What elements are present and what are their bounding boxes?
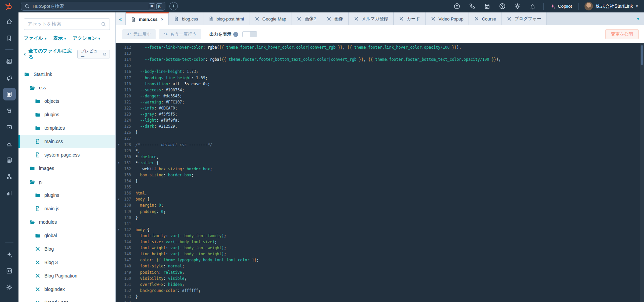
fold-toggle-icon[interactable]: ▼: [116, 161, 122, 164]
fold-toggle-icon[interactable]: ▼: [116, 143, 122, 146]
tree-item-blogIndex[interactable]: blogIndex: [18, 283, 115, 296]
tree-item-system-page.css[interactable]: system-page.css: [18, 148, 115, 162]
publish-changes-button[interactable]: 変更を公開: [605, 29, 639, 39]
sparkle-icon: [550, 3, 556, 9]
line-number: 114: [122, 57, 131, 62]
automation-nav-icon[interactable]: [3, 170, 16, 183]
code-text: --dark: #212529;: [135, 124, 177, 129]
back-to-all-files-link[interactable]: 全てのファイルに戻る: [29, 48, 75, 60]
bookmark-nav-icon[interactable]: [3, 32, 16, 44]
code-line-139: 139 padding: 0;: [116, 209, 644, 215]
commerce-nav-icon[interactable]: [3, 104, 16, 117]
copilot-button[interactable]: Copilot: [550, 3, 572, 9]
tree-item-plugins[interactable]: plugins: [18, 188, 115, 202]
collapse-sidebar-button[interactable]: «: [116, 12, 126, 25]
launch-icon[interactable]: [453, 3, 460, 10]
show-output-label: 出力を表示: [209, 31, 231, 37]
editor-scrollbar-thumb[interactable]: [641, 45, 643, 65]
payments-nav-icon[interactable]: [3, 121, 16, 133]
line-number: 120: [122, 94, 131, 98]
tree-item-css[interactable]: css: [18, 81, 115, 94]
code-line-119: 119 --success: #198754;: [116, 87, 644, 93]
asset-search-input[interactable]: アセットを検索: [24, 18, 110, 30]
tab-overflow-caret-icon[interactable]: ▼: [632, 17, 644, 21]
calling-icon[interactable]: [469, 3, 476, 10]
tree-item-templates[interactable]: templates: [18, 121, 115, 135]
tab-blog.css[interactable]: blog.css: [169, 12, 203, 25]
tree-item-label: plugins: [44, 192, 59, 198]
code-line-121: 121 --warning: #FFC107;: [116, 99, 644, 105]
home-nav-icon[interactable]: [3, 15, 16, 28]
help-icon[interactable]: [499, 3, 506, 10]
marketing-nav-icon[interactable]: [3, 71, 16, 84]
create-button[interactable]: +: [169, 2, 178, 10]
code-line-140: 140}: [116, 215, 644, 221]
global-search-input[interactable]: HubSpotを検索 ⌘ K: [21, 2, 165, 11]
line-number: 142: [122, 227, 131, 232]
line-number: 136: [122, 191, 131, 196]
tree-item-js[interactable]: js: [18, 175, 115, 188]
hubspot-logo-icon[interactable]: [5, 2, 13, 11]
menu-view[interactable]: 表示▼: [53, 35, 67, 41]
tree-item-StartLink[interactable]: StartLink: [18, 68, 115, 81]
code-line-116: 116 --body-line-height: 1.73;: [116, 69, 644, 75]
tree-item-plugins[interactable]: plugins: [18, 108, 115, 121]
code-text: --info: #0DCAF0;: [135, 106, 177, 111]
code-text: *::after {: [135, 161, 159, 165]
tree-item-modules[interactable]: modules: [18, 215, 115, 229]
data-nav-icon[interactable]: [3, 154, 16, 166]
close-tab-icon[interactable]: ×: [161, 17, 164, 22]
tree-item-main.js[interactable]: main.js: [18, 202, 115, 215]
fold-toggle-icon[interactable]: ▼: [116, 198, 122, 201]
code-line-134: 134}: [116, 178, 644, 184]
tab-Video Popup[interactable]: Video Popup: [426, 12, 469, 25]
module-icon: [35, 246, 41, 252]
tab-main.css[interactable]: main.css×: [126, 12, 169, 25]
menu-file[interactable]: ファイル▼: [24, 35, 47, 41]
tab-Course[interactable]: Course: [469, 12, 501, 25]
tree-item-objects[interactable]: objects: [18, 94, 115, 108]
ai-nav-icon[interactable]: [3, 248, 16, 261]
folder-open-icon: [29, 219, 35, 225]
service-nav-icon[interactable]: [3, 137, 16, 150]
menu-actions[interactable]: アクション▼: [73, 35, 101, 41]
contacts-nav-icon[interactable]: [3, 55, 16, 68]
file-icon: [131, 17, 139, 22]
tree-item-main.css[interactable]: main.css: [18, 135, 115, 148]
info-icon[interactable]: i: [233, 32, 238, 37]
tree-item-images[interactable]: images: [18, 162, 115, 175]
code-text: position: relative;: [135, 270, 184, 275]
undo-button[interactable]: ↶ 元に戻す: [122, 29, 156, 39]
code-text: --transition: all .3s ease 0s;: [135, 82, 210, 86]
development-nav-icon[interactable]: [3, 264, 16, 277]
marketplace-icon[interactable]: [484, 3, 491, 10]
show-output-toggle[interactable]: [242, 31, 257, 37]
reporting-nav-icon[interactable]: [3, 186, 16, 199]
tree-item-global[interactable]: global: [18, 229, 115, 242]
code-line-117: 117 --headings-line-height: 1.39;: [116, 75, 644, 81]
tab-画像[interactable]: 画像: [321, 12, 349, 25]
tab-ブログフォー[interactable]: ブログフォー: [501, 12, 547, 25]
tree-item-Brand Logo[interactable]: Brand Logo: [18, 296, 115, 302]
tree-item-Blog 3[interactable]: Blog 3: [18, 256, 115, 269]
tab-Google Map[interactable]: Google Map: [249, 12, 292, 25]
preview-button[interactable]: プレビュー: [77, 50, 110, 58]
tab-blog-post.html[interactable]: blog-post.html: [203, 12, 249, 25]
redo-button[interactable]: ↷ もう一度行う: [159, 29, 201, 39]
fold-toggle-icon[interactable]: ▼: [116, 228, 122, 231]
tree-item-Blog[interactable]: Blog: [18, 242, 115, 256]
tab-label: メルマガ登録: [362, 16, 388, 22]
tree-item-Blog Pagination[interactable]: Blog Pagination: [18, 269, 115, 283]
account-menu[interactable]: 株式会社StartLink ▼: [585, 2, 639, 10]
tab-メルマガ登録[interactable]: メルマガ登録: [349, 12, 394, 25]
content-nav-icon[interactable]: [3, 88, 16, 100]
code-line-124: 124 --light: #f8f9fa;: [116, 117, 644, 123]
tab-カード[interactable]: カード: [394, 12, 426, 25]
tab-画像2[interactable]: 画像2: [291, 12, 321, 25]
code-editor[interactable]: 112 --footer-link-hover-color: rgba({{ t…: [116, 43, 644, 302]
settings-icon[interactable]: [514, 3, 521, 10]
gear-nav-icon[interactable]: [3, 281, 16, 294]
search-icon: [101, 21, 106, 27]
avatar: [585, 2, 593, 10]
notifications-icon[interactable]: [529, 3, 536, 10]
